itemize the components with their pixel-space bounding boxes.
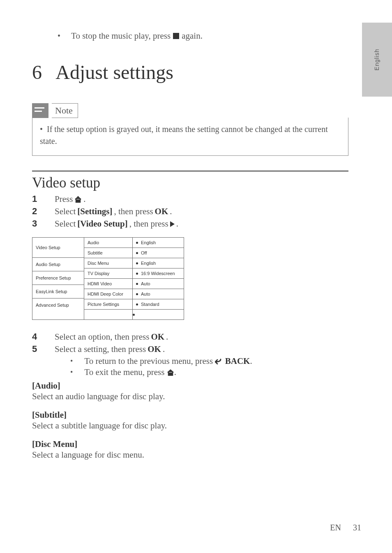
option-desc: Select a language for disc menu. — [32, 450, 348, 460]
step-5: 5 Select a setting, then press OK. — [32, 344, 348, 354]
note-label: Note — [52, 103, 78, 118]
menu-value: Off — [133, 248, 184, 258]
step-number: 1 — [32, 194, 55, 204]
steps-list: 1 Press . 2 Select [Settings], then pres… — [32, 194, 348, 229]
menu-value: English — [133, 238, 184, 248]
option-subtitle: [Subtitle] Select a subtitle language fo… — [32, 410, 348, 431]
menu-value: Standard — [133, 299, 184, 310]
steps-list-cont: 4 Select an option, then press OK. 5 Sel… — [32, 331, 348, 354]
step-text: Press — [55, 194, 73, 204]
option-audio: [Audio] Select an audio language for dis… — [32, 381, 348, 402]
menu-option: Picture Settings — [84, 299, 132, 310]
option-head: [Disc Menu] — [32, 439, 348, 449]
menu-option: TV Display — [84, 268, 132, 279]
menu-mid-column: Audio Subtitle Disc Menu TV Display HDMI… — [84, 238, 133, 319]
note-body: •If the setup option is grayed out, it m… — [32, 118, 348, 156]
option-head: [Audio] — [32, 381, 348, 391]
intro-text-prefix: To stop the music play, press — [71, 31, 171, 41]
bullet-icon: • — [70, 357, 73, 366]
step-1: 1 Press . — [32, 194, 348, 204]
note-icon — [32, 103, 48, 118]
menu-option: Subtitle — [84, 248, 132, 258]
note-text: If the setup option is grayed out, it me… — [40, 125, 328, 146]
step-2: 2 Select [Settings], then press OK. — [32, 206, 348, 217]
chapter-number: 6 — [32, 61, 42, 83]
page-number: 31 — [353, 523, 361, 532]
stop-icon — [173, 33, 179, 39]
menu-blank — [84, 310, 132, 319]
chapter-heading: 6 Adjust settings — [32, 61, 348, 83]
footer-lang: EN — [330, 523, 341, 532]
section-heading: Video setup — [32, 171, 348, 191]
menu-value: Auto — [133, 289, 184, 299]
sub-bullet-back: • To return to the previous menu, press … — [55, 356, 348, 366]
step-number: 5 — [32, 344, 55, 354]
bullet-icon: • — [70, 368, 73, 377]
step-number: 3 — [32, 218, 55, 229]
intro-bullet: • To stop the music play, press again. — [58, 31, 348, 41]
step-3: 3 Select [Video Setup], then press . — [32, 218, 348, 229]
home-icon — [74, 196, 82, 203]
menu-value: English — [133, 258, 184, 268]
step-number: 2 — [32, 206, 55, 217]
home-icon — [167, 369, 174, 376]
menu-option: Audio — [84, 238, 132, 248]
menu-value: 16:9 Widescreen — [133, 268, 184, 279]
step-4: 4 Select an option, then press OK. — [32, 331, 348, 342]
note-header: Note — [32, 103, 348, 118]
menu-item: Audio Setup — [32, 258, 84, 271]
intro-text-suffix: again. — [182, 31, 203, 41]
menu-left-column: Video Setup Audio Setup Preference Setup… — [32, 238, 84, 319]
language-tab-label: English — [374, 49, 380, 71]
option-head: [Subtitle] — [32, 410, 348, 420]
menu-screenshot: Video Setup Audio Setup Preference Setup… — [32, 237, 184, 320]
sub-bullet-exit: • To exit the menu, press . — [55, 367, 348, 377]
back-icon — [215, 356, 223, 366]
play-right-icon — [170, 221, 175, 227]
menu-item: Video Setup — [32, 238, 84, 258]
menu-option: HDMI Deep Color — [84, 289, 132, 299]
step-number: 4 — [32, 331, 55, 342]
bullet-icon: • — [58, 31, 60, 41]
option-desc: Select an audio language for disc play. — [32, 391, 348, 402]
bullet-icon: • — [40, 125, 43, 134]
page-footer: EN 31 — [330, 523, 361, 532]
option-disc-menu: [Disc Menu] Select a language for disc m… — [32, 439, 348, 460]
menu-option: Disc Menu — [84, 258, 132, 268]
menu-item: Preference Setup — [32, 271, 84, 285]
menu-blank — [133, 310, 184, 319]
menu-option: HDMI Video — [84, 279, 132, 289]
menu-item: Advanced Setup — [32, 298, 84, 317]
menu-right-column: English Off English 16:9 Widescreen Auto… — [133, 238, 184, 319]
menu-item: EasyLink Setup — [32, 285, 84, 298]
step-suffix: . — [83, 194, 85, 204]
menu-value: Auto — [133, 279, 184, 289]
chapter-title: Adjust settings — [55, 61, 173, 83]
language-tab: English — [362, 23, 392, 97]
option-desc: Select a subtitle language for disc play… — [32, 421, 348, 431]
